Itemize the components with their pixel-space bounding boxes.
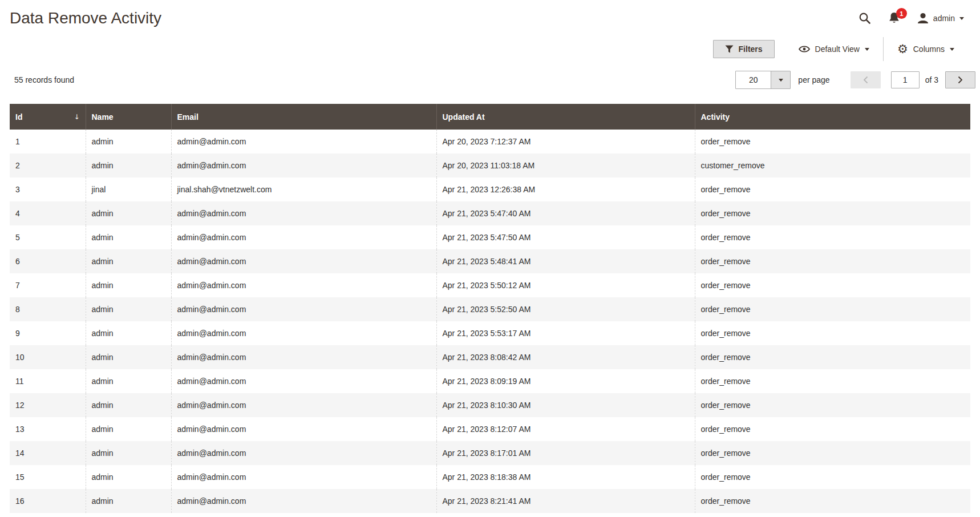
per-page-label: per page (798, 75, 829, 84)
cell-id: 6 (10, 249, 86, 273)
cell-name: admin (86, 130, 171, 154)
cell-id: 5 (10, 225, 86, 249)
cell-email: admin@admin.com (171, 249, 436, 273)
cell-id: 12 (10, 393, 86, 417)
cell-email: admin@admin.com (171, 321, 436, 345)
view-label: Default View (815, 45, 860, 54)
cell-email: admin@admin.com (171, 393, 436, 417)
per-page-caret-box (771, 71, 790, 88)
cell-name: admin (86, 417, 171, 441)
table-row: 11adminadmin@admin.comApr 21, 2023 8:09:… (10, 369, 970, 393)
cell-activity: order_remove (695, 393, 970, 417)
cell-email: admin@admin.com (171, 225, 436, 249)
table-row: 16adminadmin@admin.comApr 21, 2023 8:21:… (10, 489, 970, 513)
per-page-value: 20 (736, 71, 771, 88)
cell-name: admin (86, 249, 171, 273)
cell-email: admin@admin.com (171, 465, 436, 489)
cell-id: 15 (10, 465, 86, 489)
columns-control[interactable]: ⚙ Columns (897, 43, 954, 55)
chevron-down-icon (950, 48, 954, 51)
notifications-bell-icon[interactable]: 1 (888, 12, 900, 25)
table-row: 8adminadmin@admin.comApr 21, 2023 5:52:5… (10, 297, 970, 321)
cell-id: 8 (10, 297, 86, 321)
table-row: 14adminadmin@admin.comApr 21, 2023 8:17:… (10, 441, 970, 465)
cell-activity: order_remove (695, 441, 970, 465)
cell-name: admin (86, 489, 171, 513)
view-control[interactable]: Default View (799, 45, 869, 54)
sort-arrow-icon: ↓ (74, 113, 79, 121)
cell-name: admin (86, 321, 171, 345)
search-icon[interactable] (858, 12, 871, 25)
columns-label: Columns (913, 45, 945, 54)
cell-email: admin@admin.com (171, 273, 436, 297)
cell-updated_at: Apr 21, 2023 5:53:17 AM (436, 321, 695, 345)
cell-updated_at: Apr 21, 2023 5:48:41 AM (436, 249, 695, 273)
records-count: 55 records found (14, 75, 74, 84)
cell-updated_at: Apr 21, 2023 8:18:38 AM (436, 465, 695, 489)
table-row: 5adminadmin@admin.comApr 21, 2023 5:47:5… (10, 225, 970, 249)
column-header-email[interactable]: Email (171, 104, 436, 130)
cell-activity: order_remove (695, 417, 970, 441)
cell-email: admin@admin.com (171, 201, 436, 225)
table-body: 1adminadmin@admin.comApr 20, 2023 7:12:3… (10, 130, 970, 513)
cell-activity: order_remove (695, 297, 970, 321)
table-row: 4adminadmin@admin.comApr 21, 2023 5:47:4… (10, 201, 970, 225)
cell-activity: order_remove (695, 345, 970, 369)
total-pages-label: of 3 (925, 75, 938, 84)
cell-name: admin (86, 369, 171, 393)
current-page-input[interactable] (891, 71, 920, 88)
user-name: admin (933, 14, 955, 23)
eye-icon (799, 45, 810, 53)
cell-activity: order_remove (695, 201, 970, 225)
cell-id: 7 (10, 273, 86, 297)
cell-email: admin@admin.com (171, 297, 436, 321)
cell-email: admin@admin.com (171, 130, 436, 154)
cell-name: admin (86, 393, 171, 417)
cell-activity: order_remove (695, 249, 970, 273)
notification-count-badge: 1 (896, 8, 907, 19)
cell-activity: customer_remove (695, 154, 970, 177)
cell-email: admin@admin.com (171, 417, 436, 441)
cell-activity: order_remove (695, 465, 970, 489)
filters-button[interactable]: Filters (713, 40, 775, 58)
column-header-name[interactable]: Name (86, 104, 171, 130)
cell-name: admin (86, 154, 171, 177)
cell-id: 3 (10, 177, 86, 201)
cell-name: admin (86, 345, 171, 369)
table-row: 12adminadmin@admin.comApr 21, 2023 8:10:… (10, 393, 970, 417)
column-header-activity[interactable]: Activity (695, 104, 970, 130)
cell-email: admin@admin.com (171, 441, 436, 465)
next-page-button[interactable] (945, 71, 975, 88)
cell-updated_at: Apr 21, 2023 5:47:50 AM (436, 225, 695, 249)
cell-name: admin (86, 273, 171, 297)
table-row: 2adminadmin@admin.comApr 20, 2023 11:03:… (10, 154, 970, 177)
previous-page-button[interactable] (851, 71, 881, 88)
cell-activity: order_remove (695, 225, 970, 249)
cell-updated_at: Apr 21, 2023 8:10:30 AM (436, 393, 695, 417)
cell-id: 4 (10, 201, 86, 225)
grid-toolbar: Filters Default View ⚙ Columns (0, 39, 980, 59)
table-row: 3jinaljinal.shah@vtnetzwelt.comApr 21, 2… (10, 177, 970, 201)
per-page-select[interactable]: 20 (735, 71, 791, 89)
gear-icon: ⚙ (897, 43, 908, 55)
cell-updated_at: Apr 21, 2023 8:12:07 AM (436, 417, 695, 441)
column-header-updated-at[interactable]: Updated At (436, 104, 695, 130)
table-row: 10adminadmin@admin.comApr 21, 2023 8:08:… (10, 345, 970, 369)
cell-email: admin@admin.com (171, 369, 436, 393)
cell-updated_at: Apr 21, 2023 8:17:01 AM (436, 441, 695, 465)
cell-email: admin@admin.com (171, 489, 436, 513)
header-actions: 1 admin (858, 12, 964, 25)
cell-id: 16 (10, 489, 86, 513)
cell-updated_at: Apr 21, 2023 8:09:19 AM (436, 369, 695, 393)
cell-activity: order_remove (695, 369, 970, 393)
cell-name: admin (86, 465, 171, 489)
column-header-id[interactable]: Id ↓ (10, 104, 86, 130)
chevron-down-icon (959, 17, 964, 20)
user-menu[interactable]: admin (917, 13, 964, 24)
filters-label: Filters (739, 45, 763, 54)
cell-id: 14 (10, 441, 86, 465)
toolbar-divider (883, 37, 884, 61)
cell-updated_at: Apr 20, 2023 7:12:37 AM (436, 130, 695, 154)
page-header: Data Remove Activity 1 admin (0, 0, 980, 30)
table-row: 6adminadmin@admin.comApr 21, 2023 5:48:4… (10, 249, 970, 273)
